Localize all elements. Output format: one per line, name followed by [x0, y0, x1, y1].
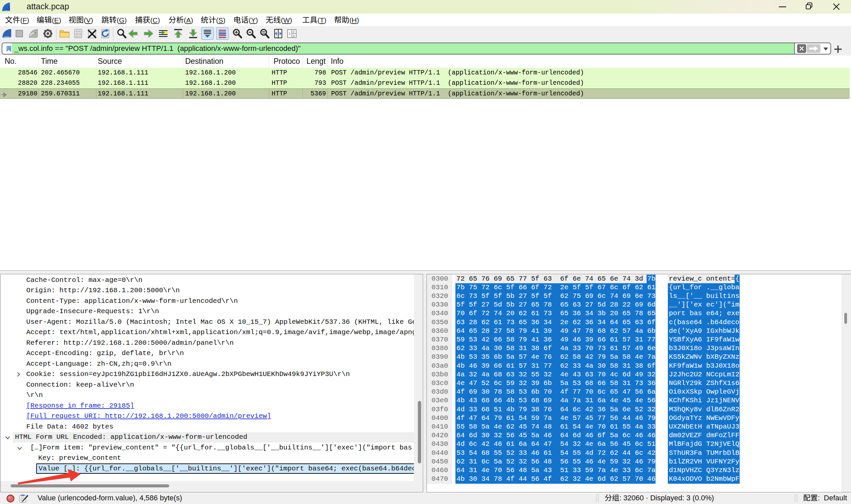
svg-text:2: 2: [293, 30, 294, 33]
svg-text:0101: 0101: [75, 30, 81, 33]
svg-text:3: 3: [293, 34, 294, 38]
svg-text:0111: 0111: [75, 35, 81, 38]
svg-text:1: 1: [289, 32, 291, 35]
